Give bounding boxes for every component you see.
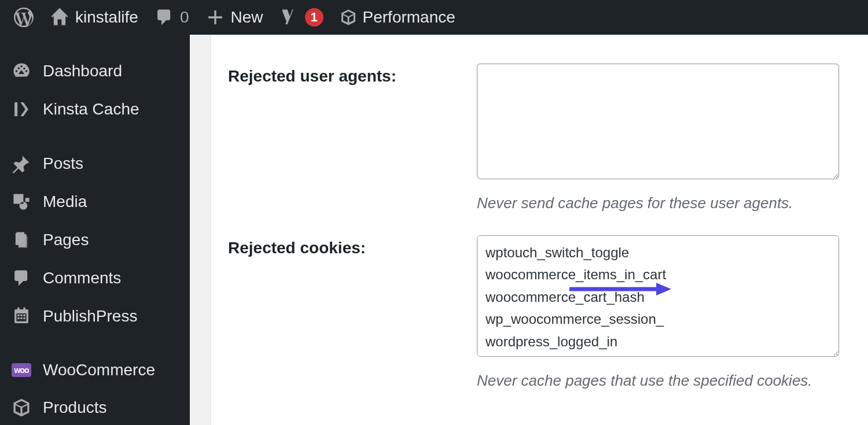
yoast-menu[interactable]: 1 <box>271 0 332 35</box>
help-rejected-cookies: Never cache pages that use the specified… <box>477 372 839 390</box>
comments-icon <box>12 268 31 288</box>
sidebar-item-posts[interactable]: Posts <box>0 145 190 183</box>
pin-icon <box>12 154 31 173</box>
sidebar-item-publishpress[interactable]: PublishPress <box>0 297 190 335</box>
yoast-badge: 1 <box>305 8 323 27</box>
content-area: Rejected user agents: Never send cache p… <box>190 35 868 425</box>
content-gutter <box>190 35 211 425</box>
help-rejected-user-agents: Never send cache pages for these user ag… <box>477 194 839 212</box>
comments-link[interactable]: 0 <box>146 0 197 35</box>
new-label: New <box>231 8 263 27</box>
sidebar-item-label: Dashboard <box>43 62 122 80</box>
dashboard-icon <box>12 61 31 81</box>
products-icon <box>12 398 31 417</box>
admin-top-bar: kinstalife 0 New 1 Performance <box>0 0 868 35</box>
sidebar-item-comments[interactable]: Comments <box>0 259 190 297</box>
sidebar-item-label: Comments <box>43 269 121 287</box>
woocommerce-icon: woo <box>12 363 31 377</box>
plus-icon <box>205 8 225 27</box>
label-rejected-cookies: Rejected cookies: <box>228 235 477 257</box>
admin-sidebar: Dashboard Kinsta Cache Posts Media Pages… <box>0 35 190 425</box>
kinsta-icon <box>12 99 31 119</box>
sidebar-item-woocommerce[interactable]: woo WooCommerce <box>0 352 190 389</box>
performance-menu[interactable]: Performance <box>332 0 464 35</box>
sidebar-item-label: Kinsta Cache <box>43 100 139 119</box>
comment-icon <box>155 8 174 27</box>
home-icon <box>50 8 69 27</box>
input-rejected-cookies[interactable] <box>477 235 839 357</box>
sidebar-item-dashboard[interactable]: Dashboard <box>0 52 190 90</box>
new-content-link[interactable]: New <box>197 0 271 35</box>
sidebar-item-label: Posts <box>43 154 83 173</box>
row-rejected-user-agents: Rejected user agents: Never send cache p… <box>228 64 839 212</box>
calendar-icon <box>12 306 31 326</box>
sidebar-item-label: Products <box>43 398 107 417</box>
sidebar-item-label: Media <box>43 193 87 211</box>
sidebar-item-label: WooCommerce <box>43 361 155 379</box>
sidebar-item-products[interactable]: Products <box>0 389 190 425</box>
input-rejected-user-agents[interactable] <box>477 64 839 179</box>
wordpress-icon <box>14 8 34 27</box>
yoast-icon <box>279 8 299 27</box>
row-rejected-cookies: Rejected cookies: Never cache pages that… <box>228 235 839 390</box>
comments-count: 0 <box>180 8 189 27</box>
sidebar-item-pages[interactable]: Pages <box>0 221 190 259</box>
site-link[interactable]: kinstalife <box>42 0 146 35</box>
main-area: Dashboard Kinsta Cache Posts Media Pages… <box>0 35 868 425</box>
performance-label: Performance <box>363 8 455 27</box>
cube-icon <box>340 9 357 26</box>
sidebar-item-label: Pages <box>43 231 89 249</box>
label-rejected-user-agents: Rejected user agents: <box>228 64 477 86</box>
wp-logo-menu[interactable] <box>6 0 42 35</box>
site-name-label: kinstalife <box>75 8 138 27</box>
media-icon <box>12 192 31 212</box>
pages-icon <box>12 230 31 250</box>
settings-panel: Rejected user agents: Never send cache p… <box>211 35 868 425</box>
sidebar-item-kinsta-cache[interactable]: Kinsta Cache <box>0 90 190 128</box>
sidebar-item-label: PublishPress <box>43 307 137 326</box>
sidebar-item-media[interactable]: Media <box>0 183 190 221</box>
